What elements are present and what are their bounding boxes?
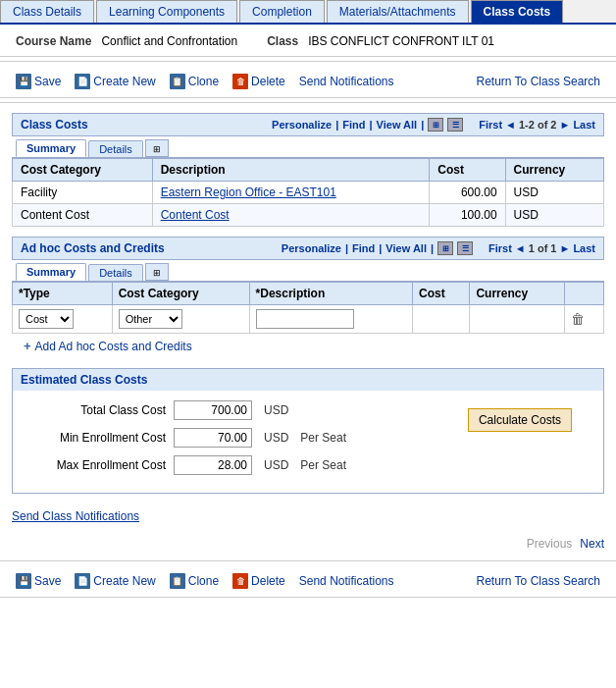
bottom-return-class-search-button[interactable]: Return To Class Search xyxy=(476,574,600,588)
tab-materials-attachments[interactable]: Materials/Attachments xyxy=(327,0,469,23)
adhoc-first-link[interactable]: First xyxy=(488,242,512,254)
total-cost-label: Total Class Cost xyxy=(28,403,166,417)
col-currency: Currency xyxy=(505,159,603,182)
tab-class-details[interactable]: Class Details xyxy=(0,0,94,23)
max-enrollment-label: Max Enrollment Cost xyxy=(28,458,166,472)
last-link[interactable]: Last xyxy=(573,119,595,131)
clone-icon: 📋 xyxy=(170,74,185,89)
clone-button[interactable]: 📋 Clone xyxy=(170,74,219,89)
tab-class-costs[interactable]: Class Costs xyxy=(471,0,564,23)
adhoc-currency-cell xyxy=(470,305,565,334)
adhoc-tools: Personalize | Find | View All | ⊞ ☰ xyxy=(282,241,473,255)
adhoc-col-action xyxy=(565,283,604,305)
bottom-create-new-button[interactable]: 📄 Create New xyxy=(75,573,155,589)
adhoc-description-cell xyxy=(249,305,412,334)
total-cost-unit: USD xyxy=(264,403,288,417)
adhoc-find-link[interactable]: Find xyxy=(352,242,375,254)
description-link[interactable]: Eastern Region Office - EAST101 xyxy=(161,185,336,199)
description-input[interactable] xyxy=(256,309,354,329)
max-enrollment-suffix: Per Seat xyxy=(300,458,346,472)
adhoc-col-currency: Currency xyxy=(470,283,565,305)
adhoc-personalize-link[interactable]: Personalize xyxy=(282,242,341,254)
adhoc-nav-range: 1 of 1 xyxy=(529,242,557,254)
chart-icon[interactable]: ☰ xyxy=(447,118,463,132)
find-link[interactable]: Find xyxy=(342,119,365,131)
return-class-search-button[interactable]: Return To Class Search xyxy=(476,75,600,88)
create-new-icon: 📄 xyxy=(75,74,90,89)
adhoc-subtabs: Summary Details ⊞ xyxy=(12,260,604,282)
subtab-icon-1[interactable]: ⊞ xyxy=(145,139,169,157)
delete-icon: 🗑 xyxy=(232,74,248,89)
bottom-clone-icon: 📋 xyxy=(170,573,185,589)
bottom-create-new-icon: 📄 xyxy=(75,573,90,589)
class-costs-title: Class Costs xyxy=(21,118,88,132)
adhoc-nav-prev[interactable]: ◄ xyxy=(515,242,526,254)
bottom-send-notifications-button[interactable]: Send Notifications xyxy=(299,574,394,588)
table-row: Content Cost Content Cost 100.00 USD xyxy=(13,204,604,227)
create-new-button[interactable]: 📄 Create New xyxy=(75,74,155,89)
add-adhoc-link[interactable]: Add Ad hoc Costs and Credits xyxy=(35,340,192,353)
adhoc-nav: First ◄ 1 of 1 ► Last xyxy=(488,242,595,254)
nav-next-arrow[interactable]: ► xyxy=(559,119,570,131)
class-costs-subtabs: Summary Details ⊞ xyxy=(12,136,604,158)
table-row: Facility Eastern Region Office - EAST101… xyxy=(13,182,604,204)
col-cost-category: Cost Category xyxy=(13,159,153,182)
send-class-notifications-link[interactable]: Send Class Notifications xyxy=(12,509,139,523)
nav-prev-arrow[interactable]: ◄ xyxy=(505,119,516,131)
adhoc-view-all-link[interactable]: View All xyxy=(385,242,427,254)
adhoc-subtab-icon[interactable]: ⊞ xyxy=(145,263,169,281)
class-costs-header: Class Costs Personalize | Find | View Al… xyxy=(12,113,604,136)
currency-cell: USD xyxy=(505,182,603,204)
send-notifications-button[interactable]: Send Notifications xyxy=(299,75,394,88)
bottom-delete-button[interactable]: 🗑 Delete xyxy=(232,573,285,589)
adhoc-grid-icon[interactable]: ⊞ xyxy=(437,241,453,255)
adhoc-section: Ad hoc Costs and Credits Personalize | F… xyxy=(12,237,604,358)
adhoc-chart-icon[interactable]: ☰ xyxy=(457,241,473,255)
adhoc-col-type: *Type xyxy=(13,283,113,305)
tab-learning-components[interactable]: Learning Components xyxy=(96,0,237,23)
grid-icon[interactable]: ⊞ xyxy=(428,118,443,132)
adhoc-nav-next[interactable]: ► xyxy=(559,242,570,254)
cost-category-cell: Content Cost xyxy=(13,204,153,227)
adhoc-col-category: Cost Category xyxy=(112,283,249,305)
adhoc-subtab-details[interactable]: Details xyxy=(88,264,143,281)
description-link[interactable]: Content Cost xyxy=(161,208,230,222)
min-enrollment-input[interactable] xyxy=(174,428,252,448)
delete-row-icon[interactable]: 🗑 xyxy=(571,311,585,327)
adhoc-title: Ad hoc Costs and Credits xyxy=(21,241,165,255)
adhoc-subtab-summary[interactable]: Summary xyxy=(16,263,86,281)
min-enrollment-label: Min Enrollment Cost xyxy=(28,431,166,445)
tab-completion[interactable]: Completion xyxy=(239,0,325,23)
previous-text: Previous xyxy=(527,537,573,551)
bottom-clone-button[interactable]: 📋 Clone xyxy=(170,573,219,589)
subtab-details-1[interactable]: Details xyxy=(88,140,143,157)
delete-button[interactable]: 🗑 Delete xyxy=(232,74,285,89)
adhoc-header: Ad hoc Costs and Credits Personalize | F… xyxy=(12,237,604,260)
next-link[interactable]: Next xyxy=(580,537,604,551)
total-cost-input[interactable] xyxy=(174,400,252,420)
max-enrollment-row: Max Enrollment Cost USD Per Seat xyxy=(28,455,468,475)
subtab-summary-1[interactable]: Summary xyxy=(16,139,86,157)
tab-bar: Class Details Learning Components Comple… xyxy=(0,0,616,25)
adhoc-last-link[interactable]: Last xyxy=(573,242,595,254)
course-name-label: Course Name xyxy=(16,34,91,48)
calculate-costs-button[interactable]: Calculate Costs xyxy=(468,408,572,432)
min-enrollment-unit: USD xyxy=(264,431,288,445)
adhoc-table: *Type Cost Category *Description Cost Cu… xyxy=(12,282,604,334)
adhoc-col-cost: Cost xyxy=(413,283,470,305)
adhoc-col-description: *Description xyxy=(249,283,412,305)
save-button[interactable]: 💾 Save xyxy=(16,74,61,89)
category-select[interactable]: Other Facility Content xyxy=(119,309,182,329)
view-all-link[interactable]: View All xyxy=(377,119,418,131)
plus-icon: + xyxy=(24,339,31,353)
type-select[interactable]: Cost Credit xyxy=(19,309,74,329)
save-icon: 💾 xyxy=(16,74,31,89)
min-enrollment-suffix: Per Seat xyxy=(300,431,346,445)
class-value: IBS CONFLICT CONFRONT ILT 01 xyxy=(308,34,494,48)
personalize-link[interactable]: Personalize xyxy=(272,119,332,131)
class-costs-nav: First ◄ 1-2 of 2 ► Last xyxy=(479,119,595,131)
bottom-save-button[interactable]: 💾 Save xyxy=(16,573,61,589)
class-costs-tools: Personalize | Find | View All | ⊞ ☰ xyxy=(272,118,463,132)
max-enrollment-input[interactable] xyxy=(174,455,252,475)
first-link[interactable]: First xyxy=(479,119,502,131)
